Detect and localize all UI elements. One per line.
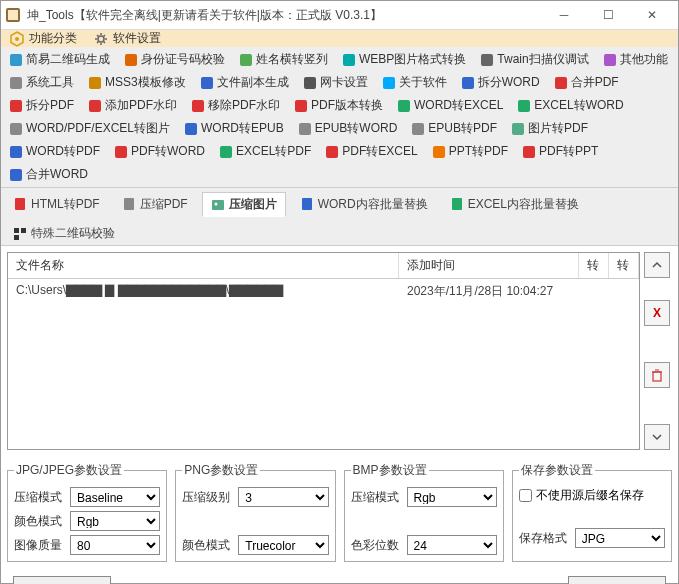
svg-rect-45 bbox=[653, 372, 661, 381]
toolbar: 简易二维码生成身份证号码校验姓名横转竖列WEBP图片格式转换Twain扫描仪调试… bbox=[1, 47, 678, 188]
svg-point-39 bbox=[214, 202, 217, 205]
tool-0[interactable]: 简易二维码生成 bbox=[5, 49, 114, 70]
tab-qrcode-verify[interactable]: 特殊二维码校验 bbox=[5, 222, 123, 245]
tool-19[interactable]: WORD/PDF/EXCEL转图片 bbox=[5, 118, 174, 139]
tool-icon bbox=[411, 122, 425, 136]
tool-7[interactable]: MSS3模板修改 bbox=[84, 72, 190, 93]
bmp-params: BMP参数设置 压缩模式Rgb 色彩位数24 bbox=[344, 462, 504, 562]
tool-10[interactable]: 关于软件 bbox=[378, 72, 451, 93]
tool-30[interactable]: 合并WORD bbox=[5, 164, 92, 185]
svg-rect-33 bbox=[433, 146, 445, 158]
bmp-depth-select[interactable]: 24 bbox=[407, 535, 497, 555]
jpg-mode-select[interactable]: Baseline bbox=[70, 487, 160, 507]
tool-icon bbox=[603, 53, 617, 67]
svg-rect-19 bbox=[89, 100, 101, 112]
svg-rect-14 bbox=[304, 77, 316, 89]
tool-18[interactable]: EXCEL转WORD bbox=[513, 95, 627, 116]
save-format-select[interactable]: JPG bbox=[575, 528, 665, 548]
png-color-select[interactable]: Truecolor bbox=[238, 535, 328, 555]
minimize-button[interactable]: ─ bbox=[542, 1, 586, 29]
tool-icon bbox=[461, 76, 475, 90]
tab-compress-img[interactable]: 压缩图片 bbox=[202, 192, 286, 217]
tool-6[interactable]: 系统工具 bbox=[5, 72, 78, 93]
doc-icon bbox=[300, 197, 314, 211]
tool-27[interactable]: PDF转EXCEL bbox=[321, 141, 421, 162]
svg-rect-15 bbox=[383, 77, 395, 89]
svg-rect-24 bbox=[10, 123, 22, 135]
tool-12[interactable]: 合并PDF bbox=[550, 72, 623, 93]
tool-25[interactable]: PDF转WORD bbox=[110, 141, 209, 162]
no-rename-checkbox[interactable] bbox=[519, 489, 532, 502]
tool-15[interactable]: 移除PDF水印 bbox=[187, 95, 284, 116]
down-button[interactable] bbox=[644, 424, 670, 450]
start-button[interactable]: 开始处理 bbox=[568, 576, 666, 584]
col-addtime[interactable]: 添加时间 bbox=[399, 253, 579, 278]
png-params: PNG参数设置 压缩级别3 颜色模式Truecolor bbox=[175, 462, 335, 562]
tool-icon bbox=[9, 145, 23, 159]
jpg-quality-select[interactable]: 80 bbox=[70, 535, 160, 555]
list-header: 文件名称 添加时间 转 转 bbox=[8, 253, 639, 279]
svg-rect-5 bbox=[10, 54, 22, 66]
tool-11[interactable]: 拆分WORD bbox=[457, 72, 544, 93]
tab-compress-pdf[interactable]: 压缩PDF bbox=[114, 192, 196, 216]
file-list: 文件名称 添加时间 转 转 C:\Users\▇▇▇▇ ▇ ▇▇▇▇▇▇▇▇▇▇… bbox=[7, 252, 640, 450]
tool-22[interactable]: EPUB转PDF bbox=[407, 118, 501, 139]
tool-20[interactable]: WORD转EPUB bbox=[180, 118, 288, 139]
menu-settings[interactable]: 软件设置 bbox=[93, 30, 161, 47]
menubar: 功能分类 软件设置 bbox=[1, 30, 678, 47]
svg-rect-25 bbox=[185, 123, 197, 135]
tab-html2pdf[interactable]: HTML转PDF bbox=[5, 192, 108, 216]
image-icon bbox=[211, 198, 225, 212]
svg-rect-12 bbox=[89, 77, 101, 89]
tool-29[interactable]: PDF转PPT bbox=[518, 141, 602, 162]
svg-rect-11 bbox=[10, 77, 22, 89]
tool-28[interactable]: PPT转PDF bbox=[428, 141, 512, 162]
svg-rect-38 bbox=[212, 200, 224, 210]
svg-rect-26 bbox=[299, 123, 311, 135]
tool-16[interactable]: PDF版本转换 bbox=[290, 95, 387, 116]
up-button[interactable] bbox=[644, 252, 670, 278]
svg-rect-20 bbox=[192, 100, 204, 112]
tool-21[interactable]: EPUB转WORD bbox=[294, 118, 402, 139]
tool-17[interactable]: WORD转EXCEL bbox=[393, 95, 507, 116]
tool-icon bbox=[432, 145, 446, 159]
delete-button[interactable] bbox=[644, 362, 670, 388]
svg-rect-28 bbox=[512, 123, 524, 135]
tool-9[interactable]: 网卡设置 bbox=[299, 72, 372, 93]
maximize-button[interactable]: ☐ bbox=[586, 1, 630, 29]
bmp-mode-select[interactable]: Rgb bbox=[407, 487, 497, 507]
jpg-color-select[interactable]: Rgb bbox=[70, 511, 160, 531]
remove-button[interactable]: X bbox=[644, 300, 670, 326]
tool-26[interactable]: EXCEL转PDF bbox=[215, 141, 315, 162]
tool-3[interactable]: WEBP图片格式转换 bbox=[338, 49, 470, 70]
tool-5[interactable]: 其他功能 bbox=[599, 49, 672, 70]
tool-23[interactable]: 图片转PDF bbox=[507, 118, 592, 139]
svg-rect-41 bbox=[452, 198, 462, 210]
close-button[interactable]: ✕ bbox=[630, 1, 674, 29]
tool-24[interactable]: WORD转PDF bbox=[5, 141, 104, 162]
tool-1[interactable]: 身份证号码校验 bbox=[120, 49, 229, 70]
chevron-down-icon bbox=[651, 431, 663, 443]
doc-icon bbox=[450, 197, 464, 211]
list-row[interactable]: C:\Users\▇▇▇▇ ▇ ▇▇▇▇▇▇▇▇▇▇▇▇\▇▇▇▇▇▇ 2023… bbox=[8, 279, 639, 304]
tool-4[interactable]: Twain扫描仪调试 bbox=[476, 49, 592, 70]
tool-13[interactable]: 拆分PDF bbox=[5, 95, 78, 116]
jpg-params: JPG/JPEG参数设置 压缩模式Baseline 颜色模式Rgb 图像质量80 bbox=[7, 462, 167, 562]
tool-8[interactable]: 文件副本生成 bbox=[196, 72, 293, 93]
tool-14[interactable]: 添加PDF水印 bbox=[84, 95, 181, 116]
tool-icon bbox=[219, 145, 233, 159]
col-trans2[interactable]: 转 bbox=[609, 253, 639, 278]
tool-2[interactable]: 姓名横转竖列 bbox=[235, 49, 332, 70]
menu-category[interactable]: 功能分类 bbox=[9, 30, 77, 47]
png-level-select[interactable]: 3 bbox=[238, 487, 328, 507]
col-trans1[interactable]: 转 bbox=[579, 253, 609, 278]
select-files-button[interactable]: 选择文件 bbox=[13, 576, 111, 584]
tab-excel-replace[interactable]: EXCEL内容批量替换 bbox=[442, 192, 587, 216]
save-params: 保存参数设置 不使用源后缀名保存 保存格式JPG bbox=[512, 462, 672, 562]
svg-rect-18 bbox=[10, 100, 22, 112]
svg-rect-16 bbox=[462, 77, 474, 89]
window-title: 坤_Tools【软件完全离线|更新请看关于软件|版本：正式版 V0.3.1】 bbox=[27, 7, 542, 24]
col-filename[interactable]: 文件名称 bbox=[8, 253, 399, 278]
tab-word-replace[interactable]: WORD内容批量替换 bbox=[292, 192, 436, 216]
svg-rect-10 bbox=[604, 54, 616, 66]
